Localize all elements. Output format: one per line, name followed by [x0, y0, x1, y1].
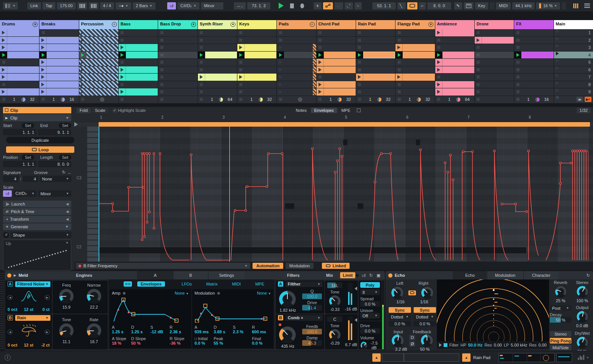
clip-playing[interactable]: [119, 52, 158, 59]
track-header-drone[interactable]: Drone: [475, 20, 514, 29]
clip-stop-button[interactable]: [158, 74, 197, 81]
mix-a-level-handle[interactable]: [355, 287, 357, 290]
echo-d-button[interactable]: D: [409, 335, 415, 340]
echo-lp-freq[interactable]: 5.00 kHz: [511, 343, 527, 347]
env-link-icon[interactable]: ⊂⊃: [124, 281, 132, 287]
clip-stop-button[interactable]: [475, 59, 514, 66]
echo-right-time[interactable]: 1/16: [420, 300, 428, 304]
clip[interactable]: [119, 66, 158, 74]
meld-power-button[interactable]: [7, 273, 11, 278]
clip-playing[interactable]: [317, 52, 356, 59]
track-header-flangy-pad[interactable]: Flangy Pad▼: [395, 20, 435, 29]
clip-stop-button[interactable]: [435, 74, 474, 81]
amp-a-slope[interactable]: 18 %: [112, 341, 131, 345]
clip-hatched[interactable]: [79, 37, 118, 44]
drywet-knob[interactable]: [576, 336, 588, 348]
mix-b-level-handle[interactable]: [355, 318, 357, 322]
track-fold-icon[interactable]: ▼: [33, 22, 38, 27]
clip-stop-button[interactable]: [119, 37, 158, 44]
subtab-midi[interactable]: MIDI: [232, 282, 241, 286]
duplicate-button[interactable]: Duplicate: [6, 137, 74, 143]
mod-release[interactable]: 600 ms: [252, 329, 271, 334]
clip[interactable]: [317, 81, 356, 89]
linked-toggle[interactable]: Linked: [322, 263, 350, 269]
clip-stop-button[interactable]: [237, 66, 276, 74]
unison-selector[interactable]: Off▼: [360, 313, 380, 318]
echo-right-mode[interactable]: Dotted▼: [414, 314, 436, 320]
clip-stop-button[interactable]: [435, 37, 474, 44]
clip[interactable]: [119, 88, 158, 96]
record-button[interactable]: [300, 3, 304, 8]
loop-position-field[interactable]: 1. 1. 1: [3, 161, 36, 167]
automation-param-selector[interactable]: B Filter Frequency▼: [76, 263, 250, 269]
cpu-meter[interactable]: 16 %▼: [536, 2, 560, 9]
echo-filter-expand-icon[interactable]: [439, 343, 442, 347]
clip-playing[interactable]: [514, 52, 553, 59]
play-button[interactable]: [279, 3, 284, 9]
clip-playing[interactable]: [395, 52, 435, 59]
midi-map-button[interactable]: MIDI: [496, 2, 511, 9]
tempo-field[interactable]: 175.00: [57, 2, 76, 9]
clip-stop-button[interactable]: [198, 66, 237, 74]
clip-stop-button[interactable]: [475, 52, 514, 59]
loop-button[interactable]: [407, 2, 417, 9]
clip-stop-button[interactable]: [395, 88, 435, 96]
meld-save-icon[interactable]: ▣: [377, 273, 380, 278]
clip-stop-button[interactable]: [514, 88, 553, 96]
clip-stop-button[interactable]: [198, 44, 237, 52]
clip-stop-button[interactable]: [237, 37, 276, 44]
clip-hatched-playing[interactable]: [79, 52, 118, 59]
clip-stop-button[interactable]: [158, 52, 197, 59]
scale-root-selector[interactable]: C#/D♭▼: [177, 2, 199, 9]
clip[interactable]: [119, 74, 158, 81]
quantization-selector[interactable]: 2 Bars▼: [133, 2, 155, 9]
clip[interactable]: [356, 74, 395, 81]
clip-end-field[interactable]: 9. 1. 1: [38, 129, 71, 135]
echo-right-offset[interactable]: 0.0 %: [414, 321, 436, 326]
clip-stop-button[interactable]: [237, 88, 276, 96]
echo-right-sync[interactable]: Sync: [414, 307, 436, 313]
meld-tab-a[interactable]: A: [137, 271, 173, 279]
arrangement-position-display[interactable]: 73. 1. 3: [247, 2, 270, 9]
track-header-main[interactable]: Main: [554, 20, 593, 29]
tone-value[interactable]: 11.1: [59, 339, 74, 344]
scene-4[interactable]: 4: [554, 52, 593, 59]
clip-hatched[interactable]: [79, 74, 118, 81]
scale-fold-button[interactable]: Scale: [92, 108, 108, 113]
signature-denominator-field[interactable]: 4: [23, 176, 38, 182]
filter-b-type-selector[interactable]: Comb +▼: [286, 315, 323, 321]
clip[interactable]: [198, 74, 237, 81]
clip-stop-button[interactable]: [435, 44, 474, 52]
clip[interactable]: [435, 66, 474, 74]
tab-clip[interactable]: Clip: [3, 107, 71, 113]
length-set-button[interactable]: Set: [59, 155, 71, 160]
scene-1[interactable]: 1: [554, 29, 593, 37]
filter-b-freq-value[interactable]: 435 Hz: [276, 344, 299, 348]
filter-b-feedb-value[interactable]: 100.0: [302, 329, 322, 334]
echo-left-time-knob[interactable]: [391, 286, 404, 299]
section-pitch-time[interactable]: ⇄Pitch & Time◀: [3, 208, 71, 215]
meld-title-bar[interactable]: ▶ Meld Engines A B Settings Filters Mix …: [5, 271, 385, 279]
clip-stop-button[interactable]: [356, 81, 395, 89]
clip-stop-button[interactable]: [237, 81, 276, 89]
clip[interactable]: [39, 37, 78, 44]
track-menu-icon[interactable]: ≡: [112, 22, 117, 27]
clip-stop-button[interactable]: [0, 59, 39, 66]
clip-stop-button[interactable]: [395, 59, 435, 66]
clip-playing[interactable]: [356, 52, 395, 59]
clip-stop-button[interactable]: [158, 29, 197, 37]
clip[interactable]: [0, 88, 39, 96]
clip[interactable]: [0, 44, 39, 52]
device-view-selector-button[interactable]: ▲: [462, 353, 471, 362]
loop-start-display[interactable]: 53. 1. 1: [372, 2, 396, 9]
device-chain-overview[interactable]: [499, 353, 555, 362]
clip-stop-button[interactable]: [317, 74, 356, 81]
clip-stop-button[interactable]: [119, 81, 158, 89]
clip-stop-button[interactable]: [237, 29, 276, 37]
engine-b-selector[interactable]: Rain▼: [15, 315, 50, 321]
clip[interactable]: [395, 44, 435, 52]
window-menu-icon[interactable]: ▼: [3, 2, 18, 9]
filter-a-freq-knob[interactable]: [279, 290, 296, 308]
clip[interactable]: [39, 44, 78, 52]
echo-link-button[interactable]: [408, 290, 416, 295]
